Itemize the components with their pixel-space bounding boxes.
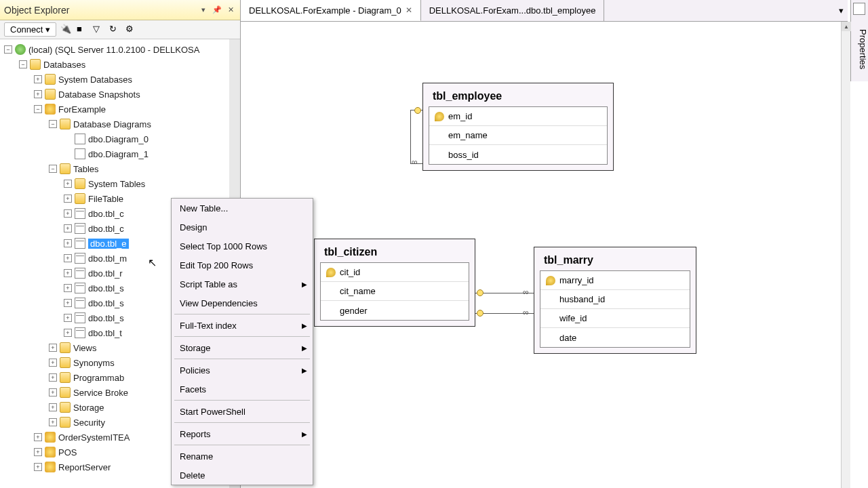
table-icon: [75, 223, 85, 234]
menu-new-table[interactable]: New Table...: [172, 199, 313, 218]
folder-icon: [60, 372, 71, 383]
menu-storage[interactable]: Storage▶: [172, 338, 313, 357]
tab-dropdown[interactable]: ▾: [835, 0, 848, 21]
database-icon: [45, 447, 56, 458]
menu-view-deps[interactable]: View Dependencies: [172, 293, 313, 312]
expander-icon[interactable]: +: [49, 373, 57, 382]
menu-separator: [174, 314, 310, 314]
key-icon: [326, 268, 336, 277]
column-row[interactable]: em_name: [429, 126, 607, 145]
column-row[interactable]: husband_id: [540, 290, 690, 309]
chevron-right-icon: ▶: [302, 367, 307, 374]
editor-tab-bar: DELLKOSAL.ForExample - Diagram_0✕ DELLKO…: [241, 0, 848, 22]
scroll-up-icon[interactable]: ▲: [842, 22, 851, 31]
menu-powershell[interactable]: Start PowerShell: [172, 402, 313, 421]
expander-icon[interactable]: +: [64, 284, 72, 292]
dropdown-icon[interactable]: ▾: [198, 5, 209, 16]
refresh-icon[interactable]: ↻: [109, 24, 121, 36]
expander-icon[interactable]: −: [34, 105, 42, 113]
relation-end-icon: [477, 289, 484, 296]
filter-icon[interactable]: ▽: [93, 24, 105, 36]
tab-diagram-0[interactable]: DELLKOSAL.ForExample - Diagram_0✕: [241, 0, 421, 21]
server-icon: [15, 44, 26, 55]
menu-edit-top[interactable]: Edit Top 200 Rows: [172, 256, 313, 274]
column-row[interactable]: boss_id: [429, 145, 607, 164]
menu-select-top[interactable]: Select Top 1000 Rows: [172, 237, 313, 256]
menu-script-table[interactable]: Script Table as▶: [172, 274, 313, 293]
folder-icon: [75, 178, 85, 189]
tree-server-node[interactable]: −(local) (SQL Server 11.0.2100 - DELLKOS…: [0, 42, 240, 57]
column-row[interactable]: cit_id: [321, 263, 469, 282]
expander-icon[interactable]: +: [64, 299, 72, 307]
expander-icon[interactable]: +: [34, 463, 42, 471]
properties-icon: [853, 3, 865, 15]
table-employee[interactable]: tbl_employee em_id em_name boss_id: [422, 83, 614, 171]
folder-icon: [60, 387, 71, 398]
pin-icon[interactable]: 📌: [212, 5, 222, 16]
folder-icon: [60, 342, 71, 353]
expander-icon[interactable]: +: [64, 329, 72, 337]
menu-separator: [174, 400, 310, 401]
selected-table[interactable]: dbo.tbl_e: [88, 239, 129, 249]
close-icon[interactable]: ✕: [406, 5, 412, 15]
menu-policies[interactable]: Policies▶: [172, 361, 313, 380]
expander-icon[interactable]: +: [64, 239, 72, 247]
table-marry[interactable]: tbl_marry marry_id husband_id wife_id da…: [534, 247, 696, 354]
table-title: tbl_citizen: [317, 242, 472, 262]
expander-icon[interactable]: +: [64, 314, 72, 322]
menu-facets[interactable]: Facets: [172, 380, 313, 399]
menu-delete[interactable]: Delete: [172, 466, 313, 485]
column-row[interactable]: gender: [321, 301, 469, 320]
expander-icon[interactable]: +: [64, 254, 72, 262]
chevron-right-icon: ▶: [302, 344, 307, 352]
options-icon[interactable]: ⚙: [125, 24, 138, 36]
folder-icon: [60, 163, 71, 174]
column-row[interactable]: marry_id: [540, 271, 690, 290]
chevron-right-icon: ▶: [302, 281, 307, 288]
properties-tab[interactable]: Properties: [850, 0, 868, 81]
table-icon: [75, 268, 85, 279]
expander-icon[interactable]: +: [64, 269, 72, 277]
table-citizen[interactable]: tbl_citizen cit_id cit_name gender: [314, 239, 475, 327]
expander-icon[interactable]: +: [34, 448, 42, 456]
table-icon: [75, 238, 85, 249]
diagram-canvas[interactable]: ▲ tbl_employee em_id em_name boss_id ∞ t…: [241, 22, 850, 488]
menu-fulltext[interactable]: Full-Text index▶: [172, 316, 313, 335]
expander-icon[interactable]: +: [34, 75, 42, 83]
expander-icon[interactable]: −: [49, 165, 57, 173]
table-context-menu: New Table... Design Select Top 1000 Rows…: [171, 198, 313, 485]
menu-rename[interactable]: Rename: [172, 447, 313, 466]
key-icon: [435, 112, 444, 121]
diagram-icon: [75, 148, 85, 159]
disconnect-icon[interactable]: 🔌: [60, 24, 73, 36]
expander-icon[interactable]: +: [49, 344, 57, 352]
expander-icon[interactable]: +: [64, 209, 72, 218]
table-icon: [75, 312, 85, 323]
menu-design[interactable]: Design: [172, 218, 313, 237]
column-row[interactable]: wife_id: [540, 309, 690, 328]
column-row[interactable]: date: [540, 328, 690, 347]
connect-button[interactable]: Connect ▾: [4, 22, 56, 37]
column-row[interactable]: cit_name: [321, 282, 469, 301]
expander-icon[interactable]: +: [49, 418, 57, 426]
column-row[interactable]: em_id: [429, 107, 607, 126]
expander-icon[interactable]: −: [19, 60, 27, 68]
tab-tbl-employee[interactable]: DELLKOSAL.ForExam...dbo.tbl_employee: [421, 0, 605, 21]
expander-icon[interactable]: +: [64, 180, 72, 188]
expander-icon[interactable]: −: [49, 120, 57, 128]
chevron-right-icon: ▶: [302, 430, 307, 438]
expander-icon[interactable]: −: [4, 45, 12, 54]
expander-icon[interactable]: +: [34, 90, 42, 98]
menu-reports[interactable]: Reports▶: [172, 424, 313, 443]
canvas-scrollbar[interactable]: ▲: [841, 22, 850, 488]
expander-icon[interactable]: +: [34, 433, 42, 441]
expander-icon[interactable]: +: [49, 388, 57, 396]
stop-icon[interactable]: ■: [77, 24, 89, 36]
expander-icon[interactable]: +: [49, 403, 57, 411]
expander-icon[interactable]: +: [64, 224, 72, 232]
expander-icon[interactable]: +: [49, 359, 57, 367]
close-icon[interactable]: ✕: [225, 5, 236, 16]
expander-icon[interactable]: +: [64, 195, 72, 203]
menu-separator: [174, 336, 310, 337]
table-icon: [75, 253, 85, 264]
